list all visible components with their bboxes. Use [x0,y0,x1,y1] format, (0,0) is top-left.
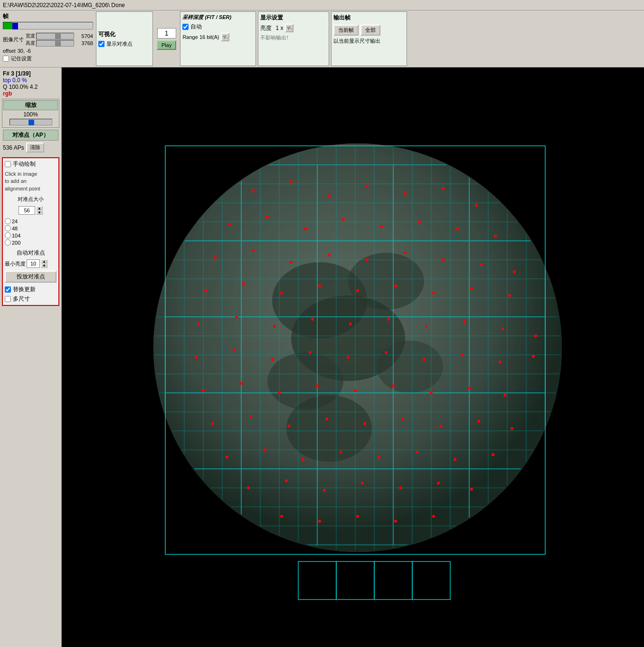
frame-info-section: F# 3 [1/39] top 0.0 % Q 100.0% 4.2 rgb [2,69,59,98]
svg-point-125 [423,358,426,361]
svg-point-112 [311,318,314,321]
svg-point-78 [328,194,331,197]
svg-point-85 [304,228,307,230]
output-size-label: 以当前显示尺寸输出 [333,38,405,45]
svg-point-139 [249,415,252,418]
svg-point-162 [280,515,283,518]
svg-point-129 [202,389,205,392]
radio-24-label: 24 [12,219,18,224]
show-ap-checkbox[interactable] [98,41,104,47]
svg-point-89 [456,228,459,230]
zoom-title: 缩放 [3,100,58,110]
radio-24[interactable] [5,218,11,224]
radio-200-row: 200 [5,239,31,246]
svg-point-128 [532,355,535,358]
min-brightness-up-btn[interactable]: ▲ [41,259,47,264]
title-text: E:\RAW\5D2\2022\2022-07-14\IMG_6206\ Don… [3,2,125,9]
vis-section: 可视化 显示对准点 [96,11,153,66]
svg-point-79 [366,185,369,188]
replace-update-checkbox[interactable] [5,286,11,293]
progress-bar[interactable] [3,22,93,29]
play-button[interactable]: Play [157,40,176,50]
svg-point-151 [378,456,380,458]
click-hint: Click in imageto add analignment point [5,171,57,192]
all-frames-btn[interactable]: 全部 [360,25,380,36]
svg-point-141 [325,418,328,420]
ap-size-down-btn[interactable]: ▼ [36,210,43,215]
svg-point-149 [302,458,304,461]
moon-container [62,67,644,647]
svg-point-156 [285,479,288,482]
svg-point-131 [278,391,281,394]
remember-checkbox[interactable] [3,56,9,62]
image-size-row: 图像尺寸 宽度 5704 高度 3768 [3,33,93,47]
titlebar: E:\RAW\5D2\2022\2022-07-14\IMG_6206\ Don… [0,0,644,10]
svg-point-99 [513,270,516,273]
radio-104[interactable] [5,232,11,238]
frame-number-input[interactable] [157,28,176,38]
brightness-label: 亮度 [260,24,272,32]
range-label: Range 16 bit(A) [182,34,219,40]
current-frame-btn[interactable]: 当前帧 [333,25,359,36]
svg-point-161 [470,488,473,491]
manual-draw-checkbox[interactable] [5,161,11,167]
output-frames-label: 输出帧 [333,14,405,22]
offset-label: offset [3,48,16,54]
auto-checkbox[interactable] [182,24,189,30]
svg-point-9 [286,395,372,462]
radio-200[interactable] [5,239,11,246]
svg-point-117 [501,327,504,330]
svg-point-103 [318,285,321,287]
place-ap-button[interactable]: 投放对准点 [5,271,57,283]
ap-size-up-btn[interactable]: ▲ [36,206,43,210]
range-adjust-btn[interactable]: ⁺⁄₋ [221,33,229,41]
image-area[interactable] [62,67,644,647]
brightness-value: 1 x [275,25,283,31]
ap-size-input[interactable] [19,206,35,215]
svg-point-77 [290,180,293,183]
vis-label: 可视化 [98,30,151,38]
output-buttons-row: 当前帧 全部 [333,25,405,36]
radio-48[interactable] [5,225,11,231]
manual-draw-row: 手动绘制 [5,160,57,168]
svg-point-145 [477,420,480,423]
width-slider[interactable] [36,33,74,39]
zoom-slider[interactable] [9,119,52,125]
radio-104-row: 104 [5,232,31,238]
svg-point-133 [354,389,357,392]
show-ap-label: 显示对准点 [106,40,133,48]
svg-point-166 [432,515,435,518]
brightness-adjust-btn[interactable]: ⁺⁄₋ [285,24,294,32]
auto-row: 自动 [182,23,254,31]
svg-point-152 [416,451,418,454]
svg-point-140 [287,425,290,428]
min-brightness-input[interactable] [27,259,40,268]
radio-104-label: 104 [12,233,20,238]
svg-point-135 [430,391,433,394]
sidebar: F# 3 [1/39] top 0.0 % Q 100.0% 4.2 rgb 缩… [0,67,62,647]
height-slider[interactable] [36,40,74,47]
svg-point-130 [240,382,243,385]
clear-button[interactable]: 清除 [26,143,44,152]
svg-point-86 [342,218,345,221]
playback-section: Play [155,11,178,66]
svg-point-101 [242,282,245,285]
offset-row: offset 30, -6 [3,48,93,54]
radio-48-label: 48 [12,226,18,231]
min-brightness-spin-buttons: ▲ ▼ [41,259,47,268]
svg-point-146 [511,427,513,430]
progress-fill [3,22,12,29]
svg-point-87 [380,225,383,228]
svg-point-116 [463,320,466,323]
svg-point-154 [492,453,494,456]
ap-header-section: 对准点（AP） 536 APs 清除 [2,129,59,154]
multi-size-checkbox[interactable] [5,296,11,302]
height-row: 高度 3768 [26,40,93,47]
svg-point-8 [377,341,443,393]
svg-point-119 [195,356,198,359]
zoom-thumb [28,120,34,125]
min-brightness-down-btn[interactable]: ▼ [41,264,47,268]
svg-point-110 [235,315,238,318]
svg-point-93 [290,261,293,264]
svg-point-142 [363,422,366,425]
